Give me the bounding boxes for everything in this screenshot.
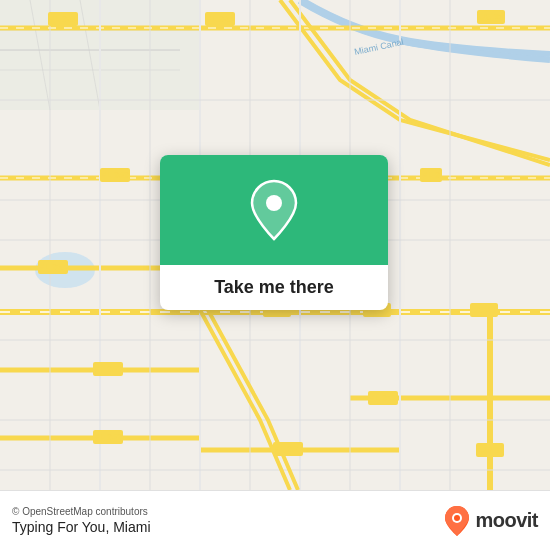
- svg-text:FL 948: FL 948: [49, 14, 77, 24]
- svg-text:US 1: US 1: [480, 445, 500, 455]
- location-name: Typing For You, Miami: [12, 519, 151, 535]
- svg-point-34: [454, 515, 460, 521]
- svg-text:US 41: US 41: [471, 305, 496, 315]
- svg-text:FL 9: FL 9: [422, 170, 440, 180]
- svg-text:FL 953: FL 953: [274, 444, 302, 454]
- svg-text:FL 948: FL 948: [206, 14, 234, 24]
- svg-point-32: [266, 195, 282, 211]
- svg-text:FL 959: FL 959: [101, 170, 129, 180]
- map-container: FL 948 FL 948 US 27 FL 959 FL 9 FL 968 U…: [0, 0, 550, 490]
- moovit-logo: moovit: [443, 505, 538, 537]
- svg-text:FL 959: FL 959: [94, 432, 122, 442]
- bottom-left-info: © OpenStreetMap contributors Typing For …: [12, 506, 151, 535]
- svg-text:US 27: US 27: [478, 12, 503, 22]
- card-green-area: [160, 155, 388, 265]
- map-card: Take me there: [160, 155, 388, 310]
- moovit-text: moovit: [475, 509, 538, 532]
- svg-text:FL 972: FL 972: [369, 393, 397, 403]
- location-pin-icon: [248, 179, 300, 241]
- bottom-bar: © OpenStreetMap contributors Typing For …: [0, 490, 550, 550]
- moovit-pin-icon: [443, 505, 471, 537]
- svg-text:FL 968: FL 968: [39, 262, 67, 272]
- take-me-there-button[interactable]: Take me there: [160, 265, 388, 310]
- map-attribution: © OpenStreetMap contributors: [12, 506, 151, 517]
- svg-text:FL 959: FL 959: [94, 364, 122, 374]
